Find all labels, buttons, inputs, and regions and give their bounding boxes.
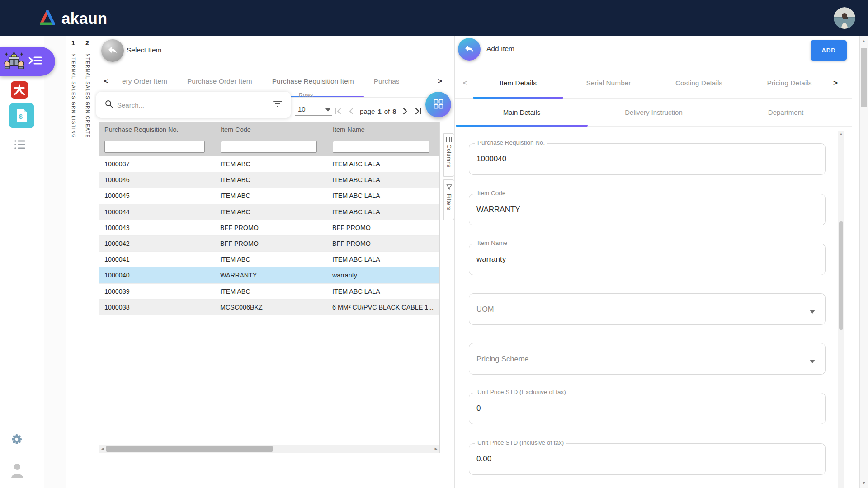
field-value: 0.00 — [476, 455, 491, 464]
subtab-delivery-instruction[interactable]: Delivery Instruction — [588, 99, 720, 126]
profile-icon[interactable] — [11, 463, 24, 478]
horizontal-scrollbar-thumb[interactable] — [106, 446, 273, 452]
first-page-button[interactable] — [335, 108, 343, 115]
filters-tool-label: Filters — [446, 194, 452, 210]
rows-per-page-select[interactable]: 10 — [295, 102, 332, 116]
columns-icon — [446, 137, 452, 142]
workspace-switcher-pill[interactable] — [0, 47, 55, 76]
tab-serial-number[interactable]: Serial Number — [563, 68, 654, 98]
workspace-tab-grn-listing[interactable]: 1 INTERNAL SALES GRN LISTING — [66, 36, 80, 488]
tab-label: Purchase Requisition Item — [272, 77, 354, 85]
topbar: akaun — [0, 0, 868, 36]
table-row-selected[interactable]: 1000040WARRANTYwarranty — [99, 267, 439, 283]
page-word: page — [360, 108, 375, 115]
column-header-item-code[interactable]: Item Code — [215, 122, 327, 137]
unit-price-inclusive-field[interactable]: Unit Price STD (Inclusive of tax) 0.00 — [469, 443, 826, 475]
pricing-scheme-select[interactable]: Pricing Scheme — [469, 343, 826, 375]
scroll-up-arrow-icon[interactable]: ▲ — [838, 132, 844, 136]
tabs-scroll-left-icon[interactable]: < — [100, 77, 112, 86]
cell-item-code: BFF PROMO — [215, 224, 327, 231]
back-button[interactable] — [101, 39, 124, 62]
back-arrow-icon — [464, 43, 475, 56]
rows-per-page-label: Rows — [299, 92, 313, 99]
cell-item-code: ITEM ABC — [215, 208, 327, 216]
tabs-scroll-right-icon[interactable]: > — [830, 79, 841, 88]
purchase-requisition-no-field[interactable]: Purchase Requistion No. 1000040 — [469, 143, 826, 175]
user-avatar[interactable] — [834, 7, 855, 29]
tab-item-details[interactable]: Item Details — [473, 68, 563, 98]
table-row[interactable]: 1000044ITEM ABCITEM ABC LALA — [99, 204, 439, 220]
view-mode-grid-button[interactable] — [425, 92, 451, 117]
subtab-department[interactable]: Department — [720, 99, 852, 126]
cell-item-code: ITEM ABC — [215, 256, 327, 263]
next-page-button[interactable] — [402, 108, 408, 115]
doc-dollar-app-icon[interactable]: $ — [9, 103, 34, 128]
gear-icon[interactable] — [11, 434, 22, 445]
form-scrollbar-thumb[interactable] — [839, 221, 843, 330]
back-button[interactable] — [458, 38, 481, 61]
select-placeholder: UOM — [476, 305, 494, 314]
requisition-items-table: Purchase Requisition No. Item Code Item … — [99, 122, 440, 453]
tabs-scroll-right-icon[interactable]: > — [434, 77, 446, 86]
detail-subtabbar: Main Details Delivery Instruction Depart… — [456, 99, 852, 127]
field-value: 0 — [476, 404, 481, 413]
grid-icon — [433, 99, 444, 111]
add-item-panel: Add Item ADD < Item Details Serial Numbe… — [454, 36, 859, 488]
tab-label: Serial Number — [586, 79, 631, 87]
scroll-up-arrow-icon[interactable]: ▲ — [860, 39, 868, 43]
filter-list-icon[interactable] — [273, 100, 283, 109]
table-row[interactable]: 1000041ITEM ABCITEM ABC LALA — [99, 252, 439, 267]
table-row[interactable]: 1000045ITEM ABCITEM ABC LALA — [99, 188, 439, 204]
tab-costing-details[interactable]: Costing Details — [654, 68, 744, 98]
item-name-field[interactable]: Item Name warranty — [469, 244, 826, 275]
unit-price-exclusive-field[interactable]: Unit Price STD (Exclusive of tax) 0 — [469, 393, 826, 424]
table-row[interactable]: 1000043BFF PROMOBFF PROMO — [99, 220, 439, 236]
filter-input-item-code[interactable] — [221, 141, 317, 153]
cell-pr-no: 1000038 — [99, 304, 215, 311]
cell-item-name: ITEM ABC LALA — [327, 160, 439, 168]
search-input[interactable] — [117, 101, 273, 109]
column-header-item-name[interactable]: Item Name — [327, 122, 439, 137]
filters-tool-button[interactable]: Filters — [443, 179, 454, 220]
tabs-scroll-left-icon[interactable]: < — [459, 79, 471, 88]
field-label: Item Code — [475, 190, 508, 197]
table-row[interactable]: 1000042BFF PROMOBFF PROMO — [99, 236, 439, 252]
tab-purchase-cut[interactable]: Purchas — [364, 66, 399, 97]
prev-page-button[interactable] — [349, 108, 354, 115]
columns-tool-button[interactable]: Columns — [443, 133, 454, 177]
cell-pr-no: 1000045 — [99, 192, 215, 199]
filter-input-pr-no[interactable] — [104, 141, 205, 153]
scroll-left-arrow-icon[interactable]: ◀ — [99, 445, 106, 453]
table-row[interactable]: 1000039ITEM ABCITEM ABC LALA — [99, 284, 439, 300]
column-filter-row — [99, 137, 439, 156]
window-scrollbar[interactable]: ▲ ▼ — [859, 36, 868, 488]
svg-text:$: $ — [19, 113, 23, 120]
table-row[interactable]: 1000038MCSC006BKZ6 MM² CU/PVC BLACK CABL… — [99, 300, 439, 315]
window-scrollbar-thumb[interactable] — [861, 48, 867, 107]
workspace-tab-strip: 1 INTERNAL SALES GRN LISTING 2 INTERNAL … — [66, 36, 94, 488]
table-row[interactable]: 1000037ITEM ABCITEM ABC LALA — [99, 156, 439, 172]
workspace-tab-number: 1 — [71, 36, 75, 49]
tab-label: Item Details — [500, 79, 537, 87]
last-page-button[interactable] — [414, 108, 422, 115]
page-indicator: page 1 of 8 — [360, 108, 396, 115]
tab-pricing-details[interactable]: Pricing Details — [744, 68, 835, 98]
scroll-right-arrow-icon[interactable]: ▶ — [433, 445, 439, 453]
item-code-field[interactable]: Item Code WARRANTY — [469, 194, 826, 225]
app-list-icon[interactable] — [14, 139, 26, 150]
table-row[interactable]: 1000046ITEM ABCITEM ABC LALA — [99, 172, 439, 188]
cell-item-code: ITEM ABC — [215, 176, 327, 183]
red-app-icon[interactable] — [11, 81, 28, 99]
form-scrollbar[interactable]: ▲ — [838, 131, 844, 488]
filter-input-item-name[interactable] — [333, 141, 429, 153]
horizontal-scrollbar[interactable]: ◀ ▶ — [99, 445, 439, 453]
scroll-down-arrow-icon[interactable]: ▼ — [860, 481, 868, 485]
uom-select[interactable]: UOM — [469, 293, 826, 325]
subtab-main-details[interactable]: Main Details — [456, 99, 588, 126]
workspace-tab-grn-create[interactable]: 2 INTERNAL SALES GRN CREATE — [80, 36, 94, 488]
cell-pr-no: 1000041 — [99, 256, 215, 263]
table-header: Purchase Requisition No. Item Code Item … — [99, 122, 439, 137]
cell-item-code: BFF PROMO — [215, 240, 327, 247]
add-button[interactable]: ADD — [811, 40, 847, 61]
column-header-pr-no[interactable]: Purchase Requisition No. — [99, 122, 215, 137]
